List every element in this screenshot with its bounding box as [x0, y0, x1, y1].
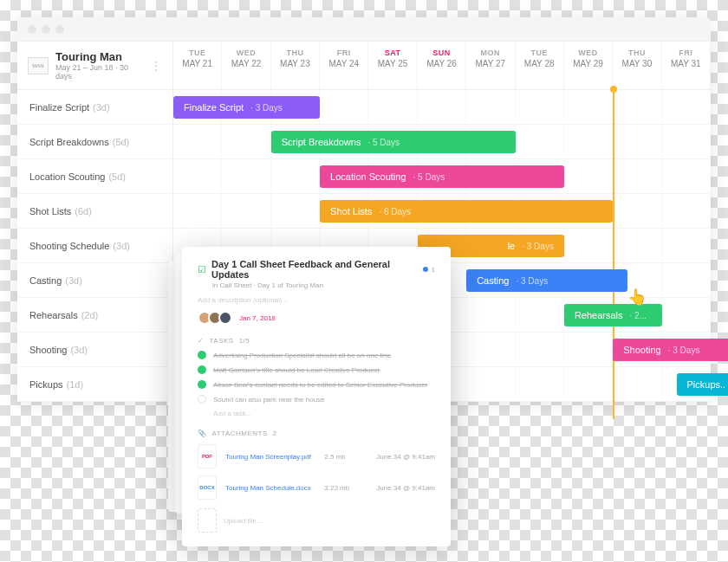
status-dot-icon — [423, 267, 428, 272]
avatar-group: Jan 7, 2018 — [198, 311, 435, 325]
checkbox-icon[interactable] — [198, 380, 206, 389]
date-column: FRIMAY 24 — [320, 42, 368, 89]
gantt-bar[interactable]: Shooting· 3 Days — [613, 339, 728, 361]
date-column: FRIMAY 31 — [662, 42, 711, 89]
gantt-row: Location Scouting (5d)Location Scouting·… — [17, 159, 711, 194]
gantt-bar[interactable]: Pickups.. — [677, 373, 728, 396]
date-chip[interactable]: Jan 7, 2018 — [239, 314, 276, 322]
today-marker — [613, 90, 614, 419]
task-name-cell[interactable]: Location Scouting (5d) — [17, 159, 173, 193]
date-column: SATMAY 25 — [368, 42, 417, 89]
gantt-row: Shot Lists (6d)Shot Lists· 6 Days — [17, 194, 711, 229]
date-column: WEDMAY 29 — [564, 42, 613, 89]
add-task-input[interactable]: Add a task... — [213, 410, 435, 417]
tasks-section-label: ✓ TASKS 1/5 — [198, 337, 435, 345]
gantt-track: Finalize Script· 3 Days — [173, 90, 711, 124]
gantt-track: Shot Lists· 6 Days — [173, 194, 711, 228]
task-name-cell[interactable]: Pickups (1d) — [17, 367, 173, 401]
attachments-section-label: 📎 ATTACHMENTS 2 — [198, 430, 435, 437]
subtask-item[interactable]: Advertising Production Specialist should… — [198, 351, 435, 359]
window-titlebar — [17, 17, 711, 42]
date-column: SUNMAY 26 — [418, 42, 466, 89]
checkbox-icon[interactable] — [198, 395, 206, 404]
file-icon: DOCX — [198, 475, 217, 500]
subtask-item[interactable]: Sound can also park near the house — [198, 395, 435, 404]
project-logo: MAN — [28, 57, 49, 74]
gantt-bar[interactable]: Finalize Script· 3 Days — [173, 96, 320, 119]
date-column: TUEMAY 28 — [516, 42, 564, 89]
upload-file-button[interactable]: Upload file... — [198, 508, 435, 533]
header-row: MAN Touring Man May 21 – Jun 18 · 30 day… — [17, 42, 711, 90]
file-icon: PDF — [198, 444, 217, 468]
project-title: Touring Man — [55, 50, 143, 63]
calendar-icon: ☑ — [198, 264, 206, 275]
date-column: TUEMAY 21 — [173, 42, 222, 89]
subtask-item[interactable]: Matt Garrison's title should be Lead Cre… — [198, 365, 435, 374]
gantt-row: Script Breakdowns (5d)Script Breakdowns·… — [17, 125, 711, 159]
date-column: WEDMAY 22 — [222, 42, 270, 89]
gantt-bar[interactable]: Shot Lists· 6 Days — [320, 200, 613, 223]
traffic-light-close[interactable] — [28, 25, 36, 34]
upload-icon — [198, 508, 217, 533]
task-name-cell[interactable]: Shot Lists (6d) — [17, 194, 173, 228]
card-title: Day 1 Call Sheet Feedback and General Up… — [211, 259, 418, 280]
project-cell: MAN Touring Man May 21 – Jun 18 · 30 day… — [17, 42, 173, 89]
attachment-item[interactable]: DOCXTouring Man Schedule.docx3.23 mbJune… — [198, 475, 435, 500]
gantt-bar[interactable]: Script Breakdowns· 5 Days — [271, 131, 516, 153]
task-name-cell[interactable]: Casting (3d) — [17, 263, 173, 297]
checkmark-icon: ✓ — [198, 337, 205, 345]
gantt-bar[interactable]: Location Scouting· 5 Days — [320, 165, 564, 188]
gantt-track: Location Scouting· 5 Days — [173, 159, 711, 193]
task-name-cell[interactable]: Script Breakdowns (5d) — [17, 125, 173, 158]
paperclip-icon: 📎 — [198, 430, 207, 437]
checkbox-icon[interactable] — [198, 365, 206, 374]
avatar[interactable] — [218, 311, 232, 325]
card-breadcrumb: in Call Sheet · Day 1 of Touring Man — [212, 281, 435, 289]
date-column: THUMAY 23 — [271, 42, 320, 89]
date-column: THUMAY 30 — [613, 42, 661, 89]
gantt-bar[interactable]: Casting· 3 Days — [466, 269, 627, 292]
task-name-cell[interactable]: Shooting (3d) — [17, 333, 173, 366]
gantt-row: Finalize Script (3d)Finalize Script· 3 D… — [17, 90, 711, 125]
gantt-track: Script Breakdowns· 5 Days — [173, 125, 711, 158]
gantt-bar[interactable]: Rehearsals· 2... — [564, 304, 662, 326]
card-status: 1 — [423, 266, 435, 274]
date-column: MONMAY 27 — [466, 42, 515, 89]
task-name-cell[interactable]: Shooting Schedule (3d) — [17, 229, 173, 262]
attachment-item[interactable]: PDFTouring Man Screenplay.pdf2.5 mbJune … — [198, 444, 435, 468]
project-menu-icon[interactable]: ⋮ — [150, 59, 162, 73]
card-description-input[interactable]: Add a description (optional)... — [198, 296, 435, 304]
subtask-item[interactable]: Alison Beal's contact needs to be edited… — [198, 380, 435, 389]
cursor-pointer-icon: 👆 — [627, 287, 647, 307]
task-detail-card: ☑ Day 1 Call Sheet Feedback and General … — [182, 247, 451, 546]
date-headers: TUEMAY 21WEDMAY 22THUMAY 23FRIMAY 24SATM… — [173, 42, 711, 89]
task-name-cell[interactable]: Finalize Script (3d) — [17, 90, 173, 124]
task-name-cell[interactable]: Rehearsals (2d) — [17, 298, 173, 332]
project-subtitle: May 21 – Jun 18 · 30 days — [55, 63, 143, 81]
checkbox-icon[interactable] — [198, 351, 206, 359]
traffic-light-min[interactable] — [42, 25, 50, 34]
traffic-light-max[interactable] — [55, 25, 64, 34]
status-count: 1 — [432, 266, 435, 274]
